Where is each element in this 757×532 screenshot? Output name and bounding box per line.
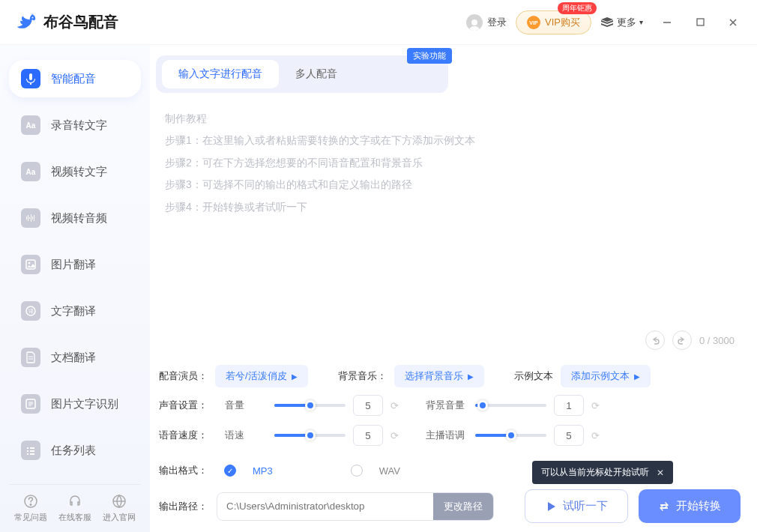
tab-multi-voice[interactable]: 多人配音 [279, 60, 354, 88]
sidebar-item-smart-dub[interactable]: 智能配音 [9, 60, 141, 97]
arrow-right-icon: ▶ [292, 372, 298, 381]
bgvol-slider[interactable] [475, 404, 546, 407]
redo-button[interactable] [672, 330, 692, 350]
website-label: 进入官网 [103, 512, 136, 523]
translate-icon: 译 [21, 301, 40, 321]
minimize-button[interactable] [658, 13, 676, 31]
bgm-label: 背景音乐： [338, 369, 387, 383]
sidebar-item-label: 智能配音 [51, 72, 96, 86]
sample-select[interactable]: 添加示例文本▶ [561, 365, 651, 387]
preview-tooltip: 可以从当前光标处开始试听✕ [532, 461, 673, 484]
vip-button[interactable]: 周年钜惠 VIP VIP购买 [516, 10, 591, 34]
preview-button[interactable]: 试听一下 [525, 489, 628, 523]
vip-label: VIP购买 [545, 16, 580, 29]
sidebar-item-label: 视频转文字 [51, 165, 107, 179]
svg-rect-6 [26, 260, 35, 269]
sidebar-item-label: 录音转文字 [51, 118, 107, 133]
app-title: 布谷鸟配音 [43, 12, 118, 32]
sidebar-item-tasks[interactable]: 任务列表 [9, 432, 141, 469]
stack-icon [600, 16, 614, 29]
radio-wav[interactable] [351, 465, 363, 477]
faq-button[interactable]: 常见问题 [14, 494, 47, 523]
sidebar-item-ocr[interactable]: 图片文字识别 [9, 385, 141, 423]
support-button[interactable]: 在线客服 [58, 494, 91, 523]
speed-slider[interactable] [274, 434, 346, 437]
actor-select[interactable]: 若兮/活泼俏皮▶ [215, 365, 308, 387]
sample-label: 示例文本 [514, 369, 553, 383]
bgvol-input[interactable] [554, 395, 584, 416]
volume-label: 音量 [225, 399, 267, 412]
svg-text:VIP: VIP [529, 20, 538, 25]
convert-icon [658, 501, 670, 513]
bird-icon [15, 11, 37, 34]
avatar-icon [466, 14, 483, 31]
actor-label: 配音演员： [159, 369, 208, 383]
sidebar-item-label: 文字翻译 [51, 304, 96, 318]
tab-text-dub[interactable]: 输入文字进行配音 [162, 60, 279, 88]
path-input[interactable] [217, 501, 433, 512]
editor-placeholder: 制作教程 步骤1：在这里输入或者粘贴需要转换的文字或在下方添加示例文本 步骤2：… [165, 108, 735, 326]
reset-pitch[interactable]: ⟳ [591, 430, 600, 441]
beta-badge: 实验功能 [407, 48, 452, 64]
speed-input[interactable] [353, 425, 383, 446]
sidebar: 智能配音 Aa录音转文字 Aa视频转文字 视频转音频 图片翻译 译文字翻译 文档… [0, 45, 150, 532]
char-counter: 0 / 3000 [699, 335, 735, 346]
chevron-down-icon: ▾ [639, 18, 643, 26]
video-text-icon: Aa [21, 162, 40, 181]
sidebar-item-label: 文档翻译 [51, 351, 96, 365]
vip-promo-badge: 周年钜惠 [558, 2, 597, 14]
app-logo: 布谷鸟配音 [15, 11, 118, 34]
sidebar-item-audio2text[interactable]: Aa录音转文字 [9, 106, 141, 144]
login-button[interactable]: 登录 [466, 14, 507, 31]
reset-speed[interactable]: ⟳ [390, 430, 399, 441]
pitch-label: 主播语调 [426, 429, 468, 442]
sidebar-item-video2audio[interactable]: 视频转音频 [9, 199, 141, 237]
pitch-slider[interactable] [475, 434, 546, 437]
website-button[interactable]: 进入官网 [103, 494, 136, 523]
sidebar-item-doc-translate[interactable]: 文档翻译 [9, 339, 141, 376]
vip-icon: VIP [527, 16, 540, 29]
maximize-button[interactable] [691, 13, 709, 31]
svg-text:Aa: Aa [26, 168, 36, 176]
sidebar-item-label: 视频转音频 [51, 211, 107, 226]
mic-icon [21, 69, 40, 88]
more-label: 更多 [617, 16, 636, 29]
headset-icon [67, 494, 82, 509]
main-panel: 输入文字进行配音 多人配音 实验功能 制作教程 步骤1：在这里输入或者粘贴需要转… [150, 45, 757, 532]
tooltip-close[interactable]: ✕ [657, 468, 664, 478]
sidebar-item-label: 任务列表 [51, 444, 96, 458]
sidebar-item-label: 图片文字识别 [51, 397, 118, 411]
close-button[interactable] [724, 13, 742, 31]
wav-label: WAV [379, 465, 400, 477]
sidebar-item-label: 图片翻译 [51, 258, 96, 272]
format-label: 输出格式： [159, 464, 208, 477]
undo-button[interactable] [645, 330, 665, 350]
play-icon [545, 501, 557, 513]
image-icon [21, 255, 40, 274]
svg-point-0 [471, 19, 477, 25]
sidebar-item-img-translate[interactable]: 图片翻译 [9, 246, 141, 283]
reset-bgvol[interactable]: ⟳ [591, 400, 600, 411]
mp3-label: MP3 [253, 465, 273, 477]
convert-button[interactable]: 开始转换 [639, 489, 741, 523]
bgvol-label: 背景音量 [426, 399, 468, 412]
bottom-nav: 常见问题 在线客服 进入官网 [9, 484, 141, 523]
radio-mp3[interactable] [224, 465, 236, 477]
volume-input[interactable] [353, 395, 383, 416]
more-button[interactable]: 更多 ▾ [600, 16, 643, 29]
faq-label: 常见问题 [14, 512, 47, 523]
sidebar-item-text-translate[interactable]: 译文字翻译 [9, 292, 141, 330]
redo-icon [677, 335, 687, 345]
change-path-button[interactable]: 更改路径 [433, 493, 493, 520]
volume-slider[interactable] [274, 404, 346, 407]
sound-settings-label: 声音设置： [159, 399, 213, 412]
globe-icon [112, 494, 127, 509]
help-icon [23, 494, 38, 509]
svg-point-12 [31, 504, 32, 506]
sidebar-item-video2text[interactable]: Aa视频转文字 [9, 153, 141, 190]
reset-volume[interactable]: ⟳ [390, 400, 399, 411]
text-editor[interactable]: 制作教程 步骤1：在这里输入或者粘贴需要转换的文字或在下方添加示例文本 步骤2：… [156, 102, 744, 356]
login-label: 登录 [487, 16, 507, 29]
pitch-input[interactable] [554, 425, 584, 446]
bgm-select[interactable]: 选择背景音乐▶ [394, 365, 484, 387]
